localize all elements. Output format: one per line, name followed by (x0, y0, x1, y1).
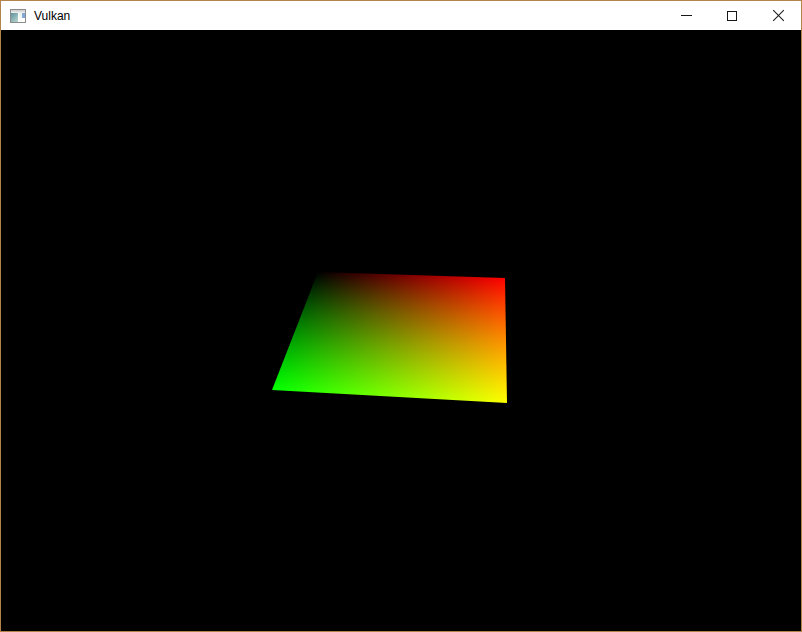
maximize-icon (727, 11, 737, 21)
titlebar[interactable]: Vulkan (1, 1, 801, 30)
window-title: Vulkan (34, 9, 70, 23)
app-icon[interactable] (10, 9, 26, 23)
render-viewport (1, 30, 801, 631)
close-button[interactable] (755, 1, 801, 30)
window-controls (663, 1, 801, 30)
minimize-button[interactable] (663, 1, 709, 30)
maximize-button[interactable] (709, 1, 755, 30)
close-icon (772, 9, 785, 22)
app-icon-accent (22, 13, 25, 18)
vulkan-window: Vulkan (0, 0, 802, 632)
gradient-quad (272, 272, 507, 403)
minimize-icon (681, 15, 692, 16)
app-icon-left-pane (11, 13, 18, 22)
